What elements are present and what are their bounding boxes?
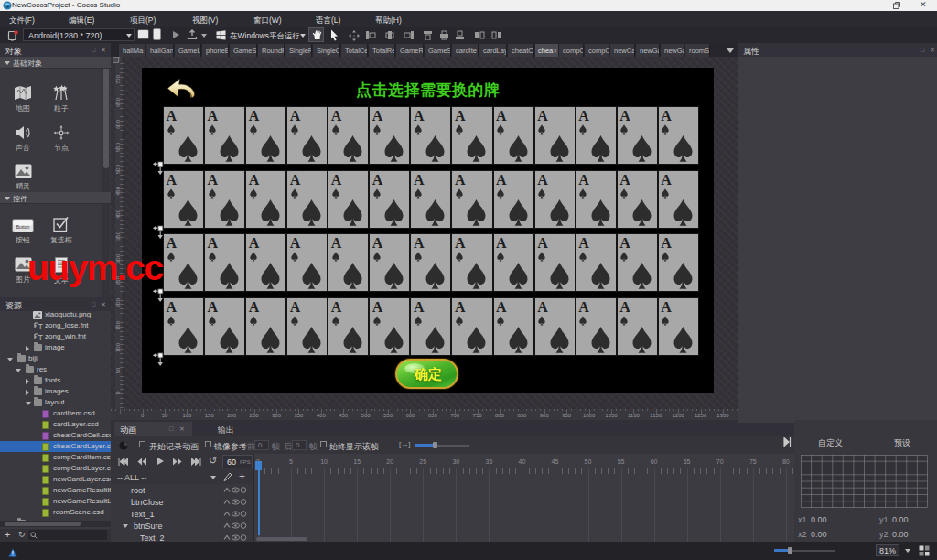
svg-text:T: T	[38, 333, 44, 341]
svg-text:Button: Button	[16, 224, 30, 230]
svg-text:T: T	[38, 322, 44, 330]
